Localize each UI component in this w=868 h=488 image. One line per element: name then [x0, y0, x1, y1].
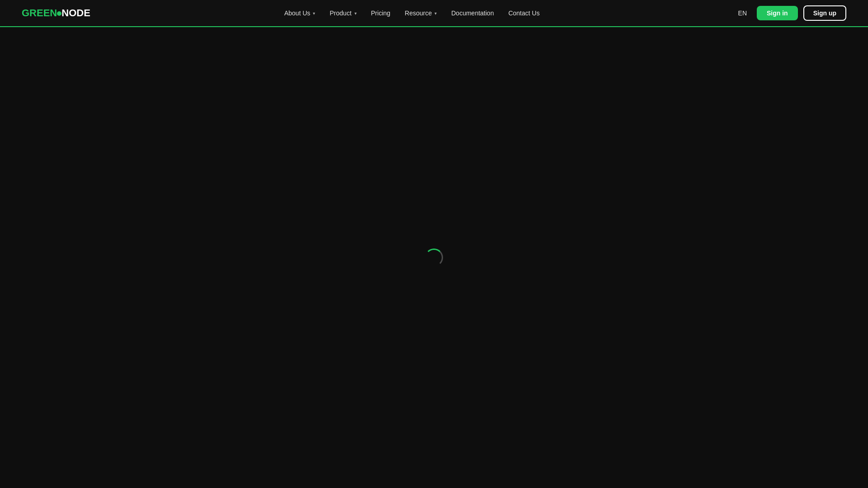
chevron-down-icon: ▾ — [434, 11, 437, 16]
header-actions: EN Sign in Sign up — [734, 5, 846, 21]
nav-item-contact-us[interactable]: Contact Us — [502, 6, 546, 20]
navbar: GREENNODE About Us ▾ Product ▾ Pricing R… — [0, 0, 868, 27]
signin-button[interactable]: Sign in — [757, 6, 798, 20]
logo-text: GREENNODE — [22, 7, 90, 19]
nav-label-contact-us: Contact Us — [508, 9, 539, 17]
nav-label-resource: Resource — [405, 9, 432, 17]
loading-spinner-container — [420, 244, 448, 271]
main-content — [0, 27, 868, 488]
loading-spinner — [425, 249, 443, 267]
nav-item-pricing[interactable]: Pricing — [365, 6, 397, 20]
logo-green-part: GREEN — [22, 7, 57, 19]
logo[interactable]: GREENNODE — [22, 7, 90, 19]
nav-item-documentation[interactable]: Documentation — [445, 6, 500, 20]
main-nav: About Us ▾ Product ▾ Pricing Resource ▾ … — [278, 6, 546, 20]
chevron-down-icon: ▾ — [354, 11, 357, 16]
nav-label-product: Product — [330, 9, 351, 17]
language-selector[interactable]: EN — [734, 7, 751, 19]
chevron-down-icon: ▾ — [313, 11, 315, 16]
nav-item-resource[interactable]: Resource ▾ — [398, 6, 443, 20]
signup-button[interactable]: Sign up — [803, 5, 846, 21]
nav-label-about-us: About Us — [284, 9, 311, 17]
nav-label-documentation: Documentation — [451, 9, 494, 17]
nav-item-about-us[interactable]: About Us ▾ — [278, 6, 322, 20]
nav-item-product[interactable]: Product ▾ — [323, 6, 363, 20]
language-label: EN — [738, 9, 747, 17]
logo-dot-icon — [57, 11, 61, 16]
nav-label-pricing: Pricing — [371, 9, 391, 17]
